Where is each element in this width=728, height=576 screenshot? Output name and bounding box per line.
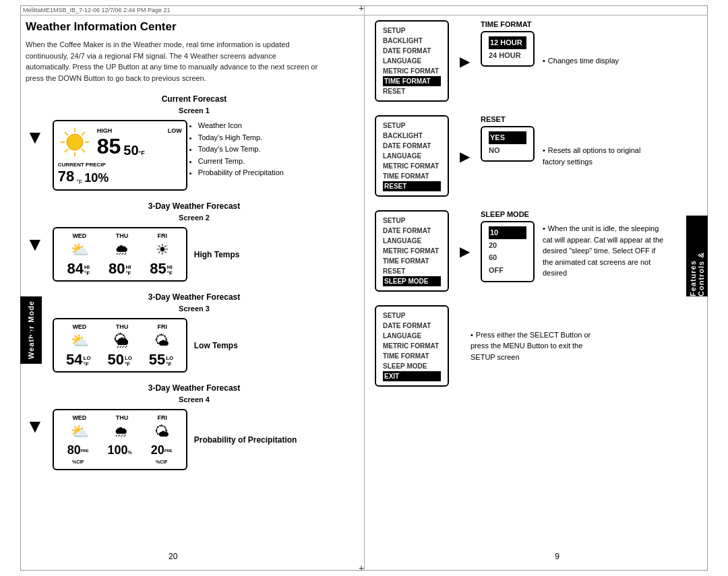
setup-section-2: SETUP BACKLIGHT DATE FORMAT LANGUAGE MET… (375, 115, 705, 197)
day-wed-4: WED (72, 414, 86, 421)
precip-wed: 80PRE%CIF (67, 443, 89, 465)
icon-wed-3: ⛅ (71, 332, 89, 350)
temp-wed-2: 84HI°F (67, 261, 90, 276)
menu-timeformat-3: TIME FORMAT (383, 256, 441, 266)
option-box-2: YES NO (481, 126, 535, 162)
svg-line-5 (65, 132, 68, 135)
right-column: SETUP BACKLIGHT DATE FORMAT LANGUAGE MET… (375, 20, 705, 400)
icon-fri-2: ☀ (156, 241, 169, 259)
menu-setup-1: SETUP (383, 26, 441, 36)
day-fri-4: FRI (158, 414, 168, 421)
icon-wed-4: ⛅ (71, 423, 89, 441)
screen2-days-header: WED THU FRI (58, 232, 182, 239)
option-label-1: TIME FORMAT (481, 20, 535, 28)
cross-mark-bottom: + (356, 563, 367, 573)
menu-language-2: LANGUAGE (383, 151, 441, 161)
menu-dateformat-2: DATE FORMAT (383, 141, 441, 151)
menu-setup-2: SETUP (383, 121, 441, 131)
menu-language-4: LANGUAGE (383, 331, 441, 341)
screen1-temps: HIGH LOW 85 50°F (97, 127, 182, 157)
temp-fri-2: 85HI°F (150, 261, 173, 276)
day-fri-3: FRI (158, 323, 168, 330)
screen3-temps: 54LO°F 50LO°F 55LO°F (58, 352, 182, 367)
arrow-down-3: ▼ (26, 325, 44, 346)
arrow-down-2: ▼ (26, 234, 44, 255)
bullet-3: Today's Low Temp. (198, 143, 284, 156)
desc-1: •Changes time display (543, 55, 619, 67)
option-12hour: 12 HOUR (489, 36, 526, 49)
menu-sleepmode-4: SLEEP MODE (383, 361, 441, 371)
screen3-section-title: 3-Day Weather Forecast (26, 292, 363, 302)
option-60: 60 (489, 251, 526, 264)
screen4-section: ▼ WED THU FRI ⛅ 🌧 🌤 80PRE%CIF 100% (26, 409, 363, 470)
menu-backlight-1: BACKLIGHT (383, 36, 441, 46)
screen3-label: Screen 3 (26, 305, 363, 313)
option-off: OFF (489, 264, 526, 277)
high-label: HIGH (97, 127, 113, 134)
menu-reset-2: RESET (383, 181, 441, 191)
menu-metric-3: METRIC FORMAT (383, 246, 441, 256)
option-20: 20 (489, 239, 526, 252)
left-column: Weather Information Center When the Coff… (26, 20, 363, 481)
current-deg: °F (76, 179, 82, 185)
screen1-bullets: Weather Icon Today's High Temp. Today's … (198, 120, 284, 179)
setup-section-1: SETUP BACKLIGHT DATE FORMAT LANGUAGE MET… (375, 20, 705, 102)
option-box-1: 12 HOUR 24 HOUR (481, 31, 535, 67)
precip-fri: 20PRE%CIF (151, 443, 173, 465)
arrow-down-1: ▼ (26, 127, 44, 148)
day-thu-3: THU (116, 323, 129, 330)
arrow-right-1: ▶ (460, 53, 470, 69)
option-yes: YES (489, 131, 526, 144)
screen2-temps: 84HI°F 80HI°F 85HI°F (58, 261, 182, 276)
day-fri: FRI (158, 232, 168, 239)
sun-icon (58, 125, 92, 159)
icon-thu-4: 🌧 (114, 423, 129, 441)
menu-reset-1: RESET (383, 86, 441, 96)
screen1-section: ▼ HIGH (26, 120, 363, 191)
icon-thu-3: 🌦 (114, 332, 129, 350)
icon-fri-3: 🌤 (154, 332, 169, 350)
screen1-bottom: CURRENT PRECIP 78 °F 10% (58, 162, 182, 185)
center-divider (364, 5, 365, 571)
day-wed: WED (72, 232, 86, 239)
option-group-2: RESET YES NO (481, 115, 535, 162)
bullet-5: Probability of Precipitation (198, 167, 284, 179)
page-num-left: 20 (169, 552, 177, 561)
icon-thu-2: 🌧 (115, 241, 129, 259)
menu-dateformat-4: DATE FORMAT (383, 321, 441, 331)
forecast-title: Current Forecast (26, 94, 363, 104)
screen2-section-title: 3-Day Weather Forecast (26, 201, 363, 211)
setup-menu-2: SETUP BACKLIGHT DATE FORMAT LANGUAGE MET… (375, 115, 449, 197)
option-group-3: SLEEP MODE 10 20 60 OFF (481, 210, 535, 282)
setup-section-3: SETUP DATE FORMAT LANGUAGE METRIC FORMAT… (375, 210, 705, 292)
menu-timeformat-2: TIME FORMAT (383, 171, 441, 181)
high-temp: 85 (97, 135, 121, 157)
page-title: Weather Information Center (26, 20, 363, 34)
bullet-4: Current Temp. (198, 156, 284, 168)
screen4-caption: Probability of Precipitation (194, 435, 297, 445)
menu-language-1: LANGUAGE (383, 56, 441, 66)
screen4-icons: ⛅ 🌧 🌤 (58, 423, 182, 441)
option-10: 10 (489, 226, 526, 239)
temp-fri-3: 55LO°F (149, 352, 174, 367)
menu-exit-4: EXIT (383, 371, 441, 381)
option-group-1: TIME FORMAT 12 HOUR 24 HOUR (481, 20, 535, 67)
setup-section-4: SETUP DATE FORMAT LANGUAGE METRIC FORMAT… (375, 305, 705, 387)
menu-reset-3: RESET (383, 266, 441, 276)
option-label-3: SLEEP MODE (481, 210, 535, 218)
menu-timeformat-4: TIME FORMAT (383, 351, 441, 361)
screen3-section: ▼ WED THU FRI ⛅ 🌦 🌤 54LO°F 50LO°F 5 (26, 318, 363, 373)
low-temp: 50°F (123, 143, 144, 157)
screen2-caption: High Temps (194, 250, 240, 259)
menu-metric-1: METRIC FORMAT (383, 66, 441, 76)
menu-timeformat-1: TIME FORMAT (383, 76, 441, 86)
screen2-label: Screen 2 (26, 214, 363, 222)
temp-thu-3: 50LO°F (107, 352, 132, 367)
screen2-section: ▼ WED THU FRI ⛅ 🌧 ☀ 84HI°F 80HI°F 85 (26, 227, 363, 282)
menu-dateformat-1: DATE FORMAT (383, 46, 441, 56)
arrow-down-4: ▼ (26, 416, 44, 437)
option-box-3: 10 20 60 OFF (481, 221, 535, 282)
desc-4: •Press either the SELECT Button or press… (471, 329, 592, 363)
menu-backlight-2: BACKLIGHT (383, 131, 441, 141)
setup-menu-3: SETUP DATE FORMAT LANGUAGE METRIC FORMAT… (375, 210, 449, 292)
